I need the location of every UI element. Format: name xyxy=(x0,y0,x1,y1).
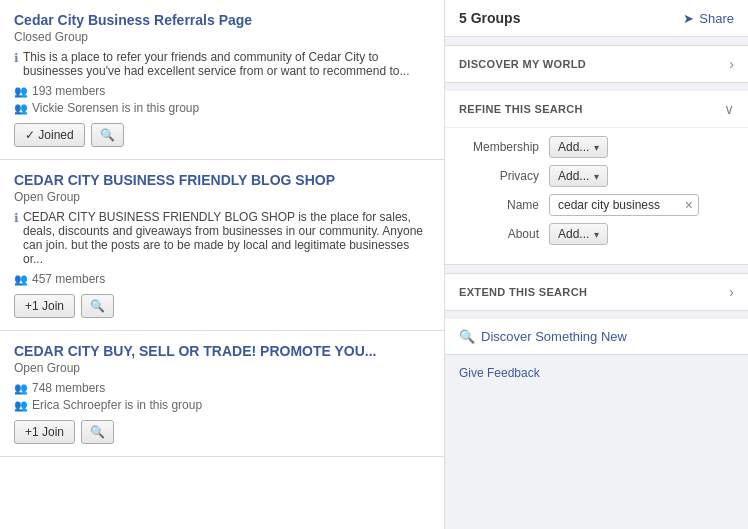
left-panel: Cedar City Business Referrals Page Close… xyxy=(0,0,445,529)
group-actions-3: +1 Join 🔍 xyxy=(14,420,430,444)
membership-label: Membership xyxy=(459,140,549,154)
group-members-count-2: 457 members xyxy=(32,272,105,286)
info-icon-2: ℹ xyxy=(14,211,19,225)
group-desc-text-2: CEDAR CITY BUSINESS FRIENDLY BLOG SHOP i… xyxy=(23,210,430,266)
people-icon-1: 👥 xyxy=(14,85,28,98)
privacy-dropdown[interactable]: Add... ▾ xyxy=(549,165,608,187)
discover-new-text: Discover Something New xyxy=(481,329,627,344)
name-clear-icon[interactable]: × xyxy=(685,198,693,212)
name-input-wrapper: × xyxy=(549,194,699,216)
refine-section: REFINE THIS SEARCH ∨ Membership Add... ▾… xyxy=(445,91,748,265)
group-type-3: Open Group xyxy=(14,361,430,375)
group-type-2: Open Group xyxy=(14,190,430,204)
privacy-arrow-icon: ▾ xyxy=(594,171,599,182)
joined-button-1[interactable]: ✓ Joined xyxy=(14,123,85,147)
about-arrow-icon: ▾ xyxy=(594,229,599,240)
privacy-label: Privacy xyxy=(459,169,549,183)
membership-row: Membership Add... ▾ xyxy=(459,136,734,158)
group-title-1[interactable]: Cedar City Business Referrals Page xyxy=(14,12,430,28)
group-members-count-3: 748 members xyxy=(32,381,105,395)
group-friend-text-3: Erica Schroepfer is in this group xyxy=(32,398,202,412)
about-label: About xyxy=(459,227,549,241)
search-button-2[interactable]: 🔍 xyxy=(81,294,114,318)
search-button-3[interactable]: 🔍 xyxy=(81,420,114,444)
group-members-1: 👥 193 members xyxy=(14,84,430,98)
spacer-4 xyxy=(445,311,748,319)
membership-dropdown[interactable]: Add... ▾ xyxy=(549,136,608,158)
group-type-1: Closed Group xyxy=(14,30,430,44)
friend-icon-3: 👥 xyxy=(14,399,28,412)
group-actions-1: ✓ Joined 🔍 xyxy=(14,123,430,147)
group-members-count-1: 193 members xyxy=(32,84,105,98)
join-button-2[interactable]: +1 Join xyxy=(14,294,75,318)
refine-body: Membership Add... ▾ Privacy Add... ▾ xyxy=(445,128,748,264)
group-desc-2: ℹ CEDAR CITY BUSINESS FRIENDLY BLOG SHOP… xyxy=(14,210,430,266)
search-button-1[interactable]: 🔍 xyxy=(91,123,124,147)
right-header: 5 Groups ➤ Share xyxy=(445,0,748,37)
group-friend-3: 👥 Erica Schroepfer is in this group xyxy=(14,398,430,412)
about-dropdown[interactable]: Add... ▾ xyxy=(549,223,608,245)
feedback-row: Give Feedback xyxy=(445,355,748,390)
people-icon-2: 👥 xyxy=(14,273,28,286)
refine-chevron-icon: ∨ xyxy=(724,101,734,117)
group-members-3: 👥 748 members xyxy=(14,381,430,395)
group-friend-text-1: Vickie Sorensen is in this group xyxy=(32,101,199,115)
group-desc-1: ℹ This is a place to refer your friends … xyxy=(14,50,430,78)
groups-count: 5 Groups xyxy=(459,10,520,26)
discover-chevron-icon: › xyxy=(729,56,734,72)
group-card-1: Cedar City Business Referrals Page Close… xyxy=(0,0,444,160)
membership-value: Add... xyxy=(558,140,589,154)
join-button-3[interactable]: +1 Join xyxy=(14,420,75,444)
group-card-2: CEDAR CITY BUSINESS FRIENDLY BLOG SHOP O… xyxy=(0,160,444,331)
refine-title: REFINE THIS SEARCH xyxy=(459,103,583,115)
group-desc-text-1: This is a place to refer your friends an… xyxy=(23,50,430,78)
feedback-link[interactable]: Give Feedback xyxy=(459,366,540,380)
about-row: About Add... ▾ xyxy=(459,223,734,245)
share-arrow-icon: ➤ xyxy=(683,11,694,26)
discover-new-row[interactable]: 🔍 Discover Something New xyxy=(445,319,748,355)
membership-arrow-icon: ▾ xyxy=(594,142,599,153)
extend-title: EXTEND THIS SEARCH xyxy=(459,286,587,298)
info-icon-1: ℹ xyxy=(14,51,19,65)
discover-my-world-title: DISCOVER MY WORLD xyxy=(459,58,586,70)
people-icon-3: 👥 xyxy=(14,382,28,395)
spacer-3 xyxy=(445,265,748,273)
group-title-3[interactable]: CEDAR CITY BUY, SELL OR TRADE! PROMOTE Y… xyxy=(14,343,430,359)
spacer-1 xyxy=(445,37,748,45)
extend-search-section[interactable]: EXTEND THIS SEARCH › xyxy=(445,273,748,311)
privacy-row: Privacy Add... ▾ xyxy=(459,165,734,187)
spacer-2 xyxy=(445,83,748,91)
group-card-3: CEDAR CITY BUY, SELL OR TRADE! PROMOTE Y… xyxy=(0,331,444,457)
discover-my-world-section[interactable]: DISCOVER MY WORLD › xyxy=(445,45,748,83)
share-label: Share xyxy=(699,11,734,26)
name-row: Name × xyxy=(459,194,734,216)
privacy-value: Add... xyxy=(558,169,589,183)
about-value: Add... xyxy=(558,227,589,241)
group-friend-1: 👥 Vickie Sorensen is in this group xyxy=(14,101,430,115)
friend-icon-1: 👥 xyxy=(14,102,28,115)
extend-chevron-icon: › xyxy=(729,284,734,300)
name-label: Name xyxy=(459,198,549,212)
discover-search-icon: 🔍 xyxy=(459,329,475,344)
name-input[interactable] xyxy=(549,194,699,216)
refine-header[interactable]: REFINE THIS SEARCH ∨ xyxy=(445,91,748,128)
group-members-2: 👥 457 members xyxy=(14,272,430,286)
right-panel: 5 Groups ➤ Share DISCOVER MY WORLD › REF… xyxy=(445,0,748,529)
group-actions-2: +1 Join 🔍 xyxy=(14,294,430,318)
group-title-2[interactable]: CEDAR CITY BUSINESS FRIENDLY BLOG SHOP xyxy=(14,172,430,188)
share-button[interactable]: ➤ Share xyxy=(683,11,734,26)
